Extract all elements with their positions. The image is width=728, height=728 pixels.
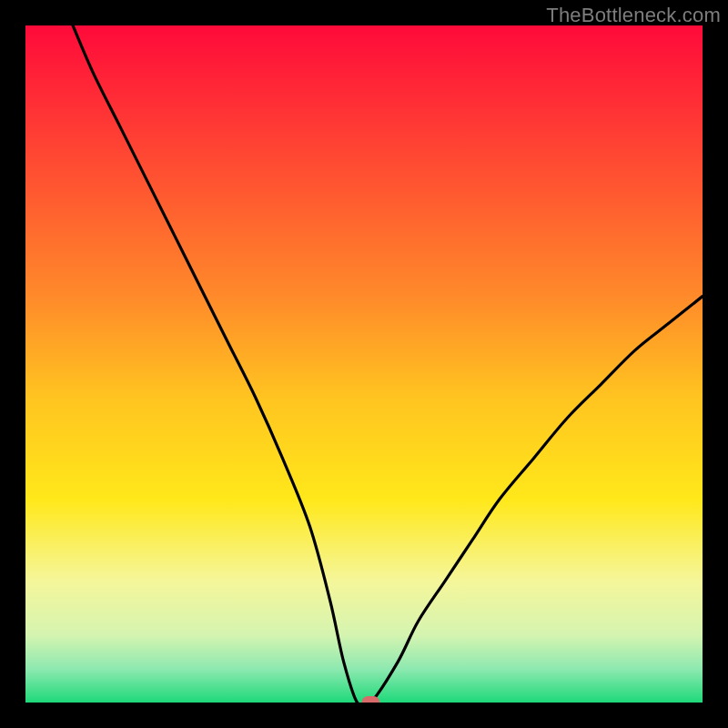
bottleneck-chart	[25, 25, 703, 703]
chart-frame: TheBottleneck.com	[0, 0, 728, 728]
chart-background	[25, 25, 703, 703]
watermark-text: TheBottleneck.com	[546, 4, 721, 27]
chart-svg	[25, 25, 703, 703]
